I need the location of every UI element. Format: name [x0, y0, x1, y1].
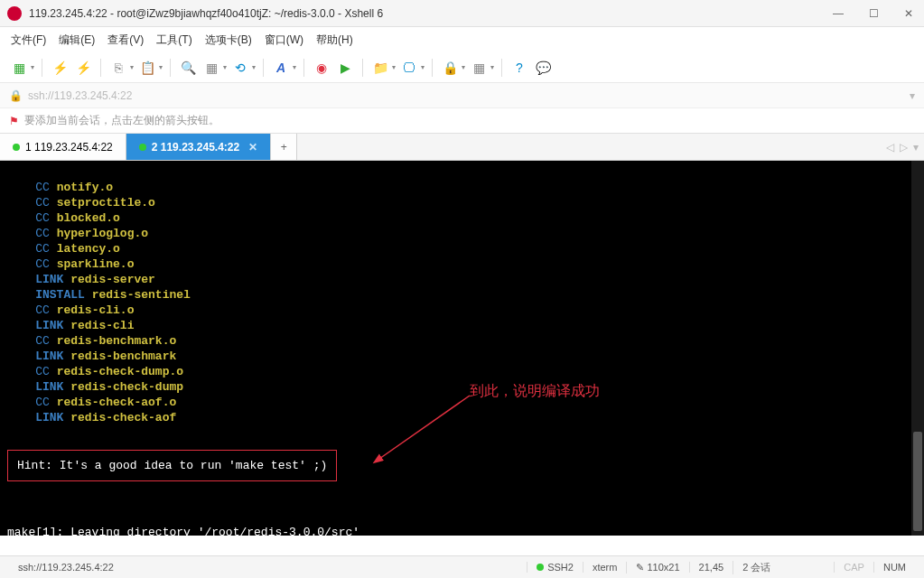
new-session-icon[interactable]: ▦ [9, 58, 29, 78]
separator [432, 59, 433, 77]
plus-icon: + [281, 141, 287, 154]
maximize-button[interactable]: ☐ [865, 4, 882, 23]
dropdown-icon[interactable]: ▾ [293, 63, 296, 71]
minimize-button[interactable]: — [829, 4, 847, 23]
status-cap: CAP [834, 562, 873, 573]
flag-icon: ⚑ [9, 115, 19, 127]
separator [303, 59, 304, 77]
font-icon[interactable]: A [271, 58, 291, 78]
menu-view[interactable]: 查看(V) [107, 33, 144, 48]
menu-file[interactable]: 文件(F) [11, 33, 46, 48]
scrollbar-thumb[interactable] [913, 432, 922, 531]
status-dot-icon [13, 144, 20, 151]
record-icon[interactable]: ◉ [312, 58, 331, 78]
menu-edit[interactable]: 编辑(E) [59, 33, 95, 48]
tab-2[interactable]: 2 119.23.245.4:22 ✕ [126, 134, 271, 160]
status-sessions: 2 会话 [733, 561, 779, 574]
copy-icon[interactable]: ⎘ [108, 58, 128, 78]
tab-nav: ◁ ▷ ▾ [886, 134, 919, 160]
dropdown-icon[interactable]: ▾ [910, 89, 915, 102]
status-dot-icon [537, 564, 544, 571]
dropdown-icon[interactable]: ▾ [31, 63, 34, 71]
terminal[interactable]: CC notify.o CC setproctitle.o CC blocked… [0, 161, 924, 536]
tab-add[interactable]: + [271, 134, 297, 160]
app-icon [7, 6, 22, 21]
tab-bar: 1 119.23.245.4:22 2 119.23.245.4:22 ✕ + … [0, 134, 924, 161]
toolbar: ▦▾ ⚡ ⚡ ⎘▾ 📋▾ 🔍 ▦▾ ⟲▾ A▾ ◉ ▶ 📁▾ 🖵▾ 🔒▾ ▦▾ … [0, 52, 924, 83]
dropdown-icon[interactable]: ▾ [490, 63, 494, 71]
terminal-output: CC notify.o CC setproctitle.o CC blocked… [7, 180, 924, 425]
help-icon[interactable]: ? [509, 58, 529, 78]
status-pos: 21,45 [689, 562, 733, 573]
tab-close-icon[interactable]: ✕ [248, 141, 257, 154]
menu-tools[interactable]: 工具(T) [156, 33, 191, 48]
tab-menu-icon[interactable]: ▾ [913, 141, 919, 154]
address-bar: 🔒 ssh://119.23.245.4:22 ▾ [0, 83, 924, 108]
layout-icon[interactable]: ▦ [201, 58, 221, 78]
separator [263, 59, 264, 77]
menu-window[interactable]: 窗口(W) [265, 33, 303, 48]
status-protocol: SSH2 [527, 562, 583, 573]
info-bar: ⚑ 要添加当前会话，点击左侧的箭头按钮。 [0, 108, 924, 134]
scrollbar[interactable] [911, 161, 924, 536]
address-text[interactable]: ssh://119.23.245.4:22 [28, 89, 904, 102]
status-size: ✎ 110x21 [626, 562, 688, 573]
disconnect-icon[interactable]: ⚡ [73, 58, 93, 78]
window-controls: — ☐ ✕ [829, 4, 917, 23]
paste-icon[interactable]: 📋 [137, 58, 157, 78]
separator [501, 59, 502, 77]
grid-icon[interactable]: ▦ [469, 58, 489, 78]
menu-help[interactable]: 帮助(H) [316, 33, 353, 48]
folder-icon[interactable]: 📁 [370, 58, 390, 78]
separator [362, 59, 363, 77]
dropdown-icon[interactable]: ▾ [130, 63, 134, 71]
lock-icon: 🔒 [9, 89, 23, 102]
separator [100, 59, 101, 77]
tab-1[interactable]: 1 119.23.245.4:22 [0, 134, 126, 160]
dropdown-icon[interactable]: ▾ [421, 63, 425, 71]
dropdown-icon[interactable]: ▾ [252, 63, 256, 71]
connect-icon[interactable]: ⚡ [50, 58, 70, 78]
make-leaving-line: make[1]: Leaving directory '/root/redis-… [7, 525, 924, 536]
tab-label: 1 119.23.245.4:22 [25, 141, 113, 154]
hint-box: Hint: It's a good idea to run 'make test… [7, 441, 924, 481]
status-term: xterm [583, 562, 627, 573]
dropdown-icon[interactable]: ▾ [159, 63, 163, 71]
lock-icon[interactable]: 🔒 [440, 58, 460, 78]
dropdown-icon[interactable]: ▾ [223, 63, 227, 71]
window-title: 119.23.245.4:22 - root@iZwz9bjiawhqzf40o… [29, 7, 829, 20]
screen-icon[interactable]: 🖵 [399, 58, 419, 78]
status-dot-icon [139, 144, 146, 151]
annotation-text: 到此，说明编译成功 [470, 383, 600, 398]
menu-bar: 文件(F) 编辑(E) 查看(V) 工具(T) 选项卡(B) 窗口(W) 帮助(… [0, 27, 924, 52]
search-icon[interactable]: 🔍 [178, 58, 198, 78]
play-icon[interactable]: ▶ [335, 58, 355, 78]
dropdown-icon[interactable]: ▾ [392, 63, 396, 71]
separator [170, 59, 171, 77]
info-text: 要添加当前会话，点击左侧的箭头按钮。 [24, 113, 219, 128]
dropdown-icon[interactable]: ▾ [462, 63, 465, 71]
sync-icon[interactable]: ⟲ [230, 58, 250, 78]
close-button[interactable]: ✕ [901, 4, 917, 23]
status-bar: ssh://119.23.245.4:22 SSH2 xterm ✎ 110x2… [0, 555, 924, 578]
status-connection: ssh://119.23.245.4:22 [9, 562, 527, 573]
status-num: NUM [873, 562, 915, 573]
tab-next-icon[interactable]: ▷ [900, 141, 908, 154]
menu-tab[interactable]: 选项卡(B) [205, 33, 252, 48]
tab-label: 2 119.23.245.4:22 [152, 141, 239, 154]
title-bar: 119.23.245.4:22 - root@iZwz9bjiawhqzf40o… [0, 0, 924, 27]
separator [42, 59, 42, 77]
message-icon[interactable]: 💬 [533, 58, 553, 78]
tab-prev-icon[interactable]: ◁ [886, 141, 894, 154]
